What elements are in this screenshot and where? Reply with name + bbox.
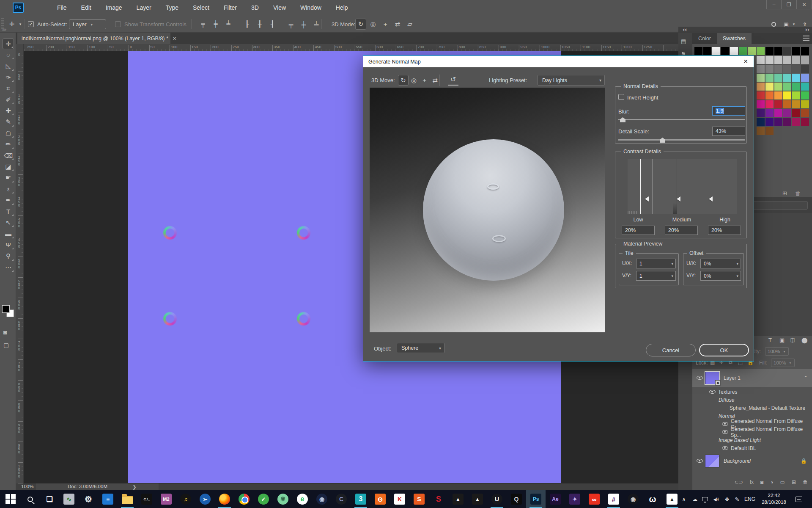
path-selection-tool[interactable]: ↖ (3, 217, 14, 228)
unreal-icon[interactable]: U (487, 490, 507, 508)
swatch[interactable] (801, 56, 809, 64)
align-icon[interactable]: ┨ (267, 19, 277, 29)
swatch[interactable] (774, 91, 782, 99)
align-icon[interactable]: ┿ (211, 19, 221, 29)
cancel-button[interactable]: Cancel (646, 344, 696, 356)
cinema4d-icon[interactable]: C (332, 490, 351, 508)
medium-input[interactable]: 20% (665, 226, 698, 235)
tile-vy-dropdown[interactable]: 1▾ (636, 271, 676, 281)
zoom-level[interactable]: 100% (21, 484, 33, 489)
swatch[interactable] (801, 100, 809, 108)
swatch[interactable] (703, 47, 711, 55)
blur-slider[interactable] (618, 119, 745, 120)
dialog-3d-move-0[interactable]: ↻ (398, 75, 409, 86)
blur-input[interactable]: 1.9 (712, 106, 745, 116)
swatch[interactable] (765, 127, 774, 135)
toolbar-collapse-icon[interactable]: »» (2, 27, 6, 32)
atom-app-icon[interactable]: ⚛ (273, 490, 293, 508)
tab-color[interactable]: Color (692, 33, 717, 44)
quick-selection-tool[interactable]: ✑ (3, 72, 14, 83)
keyshot-icon[interactable]: K (390, 490, 409, 508)
fill-dropdown[interactable]: 100%▾ (771, 359, 795, 367)
language-indicator[interactable]: ENG (743, 490, 757, 508)
file-explorer-icon[interactable] (118, 490, 137, 508)
healing-brush-tool[interactable]: ✚ (3, 105, 14, 116)
new-layer-icon[interactable]: ⊞ (792, 479, 796, 485)
swatch[interactable] (783, 56, 791, 64)
after-effects-icon[interactable]: Ae (546, 490, 565, 508)
system-monitor-icon[interactable]: ∿ (59, 490, 79, 508)
medium-slider-arrow[interactable] (674, 196, 680, 202)
offset-ux-dropdown[interactable]: 0%▾ (700, 259, 741, 268)
type-tool[interactable]: T (3, 206, 14, 217)
swatch[interactable] (801, 109, 809, 117)
swatch[interactable] (783, 74, 791, 82)
swatch[interactable] (783, 118, 791, 126)
swatch[interactable] (774, 47, 782, 55)
detail-scale-input[interactable]: 43% (712, 127, 745, 136)
swatch[interactable] (757, 109, 765, 117)
swatch[interactable] (792, 56, 800, 64)
steam-icon[interactable]: ◉ (312, 490, 332, 508)
panel-menu-icon[interactable] (803, 36, 809, 41)
chrome-icon[interactable] (234, 490, 254, 508)
align-icon[interactable]: ┯ (198, 19, 208, 29)
tray-chevron-icon[interactable]: ∧ (679, 490, 689, 508)
swatch[interactable] (774, 74, 782, 82)
creative-cloud-icon[interactable]: ∞ (584, 490, 604, 508)
zoom-tool[interactable]: ⚲ (3, 251, 14, 262)
menu-select[interactable]: Select (193, 4, 209, 11)
low-input[interactable]: 20% (622, 226, 655, 235)
audio-app-icon[interactable]: ♫ (176, 490, 195, 508)
menu-file[interactable]: File (57, 4, 67, 11)
m2-app-icon[interactable]: M2 (156, 490, 176, 508)
layer-filter-icon[interactable]: ▣ (779, 337, 785, 343)
show-transform-checkbox[interactable] (115, 21, 121, 27)
tile-ux-dropdown[interactable]: 1▾ (636, 259, 676, 268)
swatch[interactable] (792, 74, 800, 82)
swatch[interactable] (801, 65, 809, 73)
delete-layer-icon[interactable]: 🗑 (803, 479, 808, 485)
layer-row-background[interactable]: Background🔒 (692, 452, 812, 470)
swatch[interactable] (757, 127, 765, 135)
menu-view[interactable]: View (273, 4, 286, 11)
document-tab[interactable]: indiNormalNormal.pngNormal.png @ 100% (L… (17, 33, 170, 44)
align-icon[interactable]: ╧ (311, 19, 321, 29)
swatch[interactable] (757, 65, 765, 73)
swatch[interactable] (757, 118, 765, 126)
layer-sub-row[interactable]: Generated Normal From Diffuse Sp... (722, 428, 812, 436)
layer-row-layer-1[interactable]: ◆Layer 1⌃ (692, 369, 812, 387)
vr-goggles-icon[interactable]: ω (643, 490, 662, 508)
dialog-title-bar[interactable]: Generate Normal Map ✕ (363, 56, 754, 67)
menu-type[interactable]: Type (166, 4, 178, 11)
layer-sub-row[interactable]: Textures (709, 388, 737, 396)
swatch[interactable] (774, 118, 782, 126)
swatch[interactable] (765, 74, 774, 82)
swatch[interactable] (792, 100, 800, 108)
clock[interactable]: 22:42 28/10/2018 (760, 492, 788, 505)
collapse-panels-icon[interactable]: ⏴⏴ (683, 28, 687, 33)
menu-layer[interactable]: Layer (137, 4, 151, 11)
align-icon[interactable]: ╪ (299, 19, 309, 29)
start-button[interactable] (1, 490, 20, 508)
swatch[interactable] (757, 83, 765, 91)
settings-icon[interactable]: ⚙ (79, 490, 98, 508)
swatch[interactable] (757, 100, 765, 108)
mode-3d-4[interactable]: ▱ (404, 19, 415, 30)
align-icon[interactable]: ┠ (242, 19, 252, 29)
swatch[interactable] (765, 118, 774, 126)
swatch[interactable] (774, 65, 782, 73)
layer-filter-icon[interactable]: ⬤ (801, 337, 808, 343)
lighting-preset-dropdown[interactable]: Day Lights▾ (538, 75, 605, 86)
control-panel-icon[interactable]: ≡ (98, 490, 118, 508)
notification-center-icon[interactable] (793, 490, 805, 508)
swatch[interactable] (765, 65, 774, 73)
swatch[interactable] (739, 47, 747, 55)
visibility-eye-icon[interactable] (722, 446, 728, 450)
swatch[interactable] (757, 91, 765, 99)
invert-height-checkbox[interactable] (618, 94, 624, 100)
swatch[interactable] (748, 47, 756, 55)
swatch[interactable] (757, 47, 765, 55)
detail-scale-slider[interactable] (618, 139, 745, 141)
layer-filter-icon[interactable]: ⎅ (790, 337, 795, 344)
